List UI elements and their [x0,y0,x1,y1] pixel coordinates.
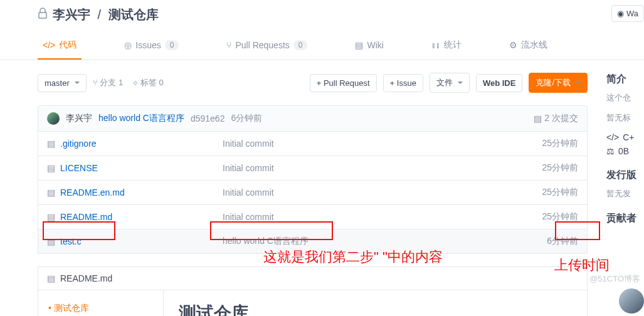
svg-rect-0 [39,13,46,18]
branch-selector[interactable]: master [38,74,87,92]
new-pr-button[interactable]: + Pull Request [310,74,377,92]
file-row[interactable]: ▤.gitignoreInitial commit25分钟前 [38,132,587,155]
sidebar-no-release: 暂无发 [606,188,644,199]
file-menu-button[interactable]: 文件 [430,73,470,93]
file-commit-msg: Initial commit [223,139,509,149]
tag-icon: ⟐ [133,78,138,87]
web-ide-button[interactable]: Web IDE [476,74,523,92]
repo-name[interactable]: 测试仓库 [108,8,159,21]
tab-stats[interactable]: ⫾⫾统计 [426,32,467,60]
branches-link[interactable]: ⑂ 分支 1 [93,77,123,88]
list-icon: ▤ [534,113,542,124]
file-icon: ▤ [47,163,55,173]
file-icon: ▤ [47,212,55,222]
tags-link[interactable]: ⟐ 标签 0 [133,77,163,88]
file-row[interactable]: ▤LICENSEInitial commit25分钟前 [38,155,587,180]
readme-title: 测试仓库 [179,302,572,316]
file-icon: ▤ [47,273,55,283]
sidebar-language: </>C+ [606,132,644,142]
wiki-icon: ▤ [355,40,363,50]
file-icon: ▤ [47,139,55,149]
sidebar-no-tags: 暂无标 [606,112,644,124]
eye-icon: ◉ [617,9,624,18]
readme-header: ▤ README.md [38,267,587,290]
annotation-box-message [210,221,333,240]
watermark: @51CTO博客 [589,273,640,285]
annotation-text-1: 这就是我们第二步" "中的内容 [263,248,443,266]
file-name-text: README.md [60,212,112,222]
file-row[interactable]: ▤README.en.mdInitial commit25分钟前 [38,180,587,204]
file-time: 25分钟前 [515,138,578,149]
tab-issues[interactable]: ◎Issues0 [119,33,184,59]
repo-owner[interactable]: 李兴宇 [53,8,90,21]
tab-pipeline[interactable]: ⚙流水线 [504,32,552,60]
issues-icon: ◎ [124,40,132,50]
file-icon: ▤ [47,187,55,198]
sidebar-release-heading: 发行版 [606,169,644,182]
file-time: 25分钟前 [515,162,578,174]
annotation-text-2: 上传时间 [554,256,610,275]
annotation-box-filename [43,221,115,240]
file-commit-msg: Initial commit [223,187,509,198]
scale-icon: ⚖ [606,146,615,156]
tab-wiki[interactable]: ▤Wiki [350,33,388,59]
code-icon: </> [43,40,55,50]
avatar [47,112,60,125]
commit-hash[interactable]: d591e62 [191,113,225,124]
file-name-text: LICENSE [60,163,98,173]
sidebar-contrib-heading: 贡献者 [606,212,644,225]
watch-button[interactable]: ◉ Wa [611,5,644,22]
clone-download-button[interactable]: 克隆/下载 [529,73,588,93]
branch-icon: ⑂ [93,78,98,87]
tab-pull-requests[interactable]: ⑂Pull Requests0 [221,33,312,59]
breadcrumb: 李兴宇 / 测试仓库 [53,6,159,23]
latest-commit-bar: 李兴宇 hello world C语言程序 d591e62 6分钟前 ▤2 次提… [38,105,588,132]
file-name-text: .gitignore [60,139,97,149]
pipeline-icon: ⚙ [509,40,517,50]
stats-icon: ⫾⫾ [431,40,440,50]
tab-code[interactable]: </>代码 [38,32,82,60]
sidebar-size: ⚖0B [606,146,644,156]
new-issue-button[interactable]: + Issue [383,74,423,92]
file-name-text: README.en.md [60,187,125,198]
file-time: 25分钟前 [515,187,578,198]
annotation-box-time [555,221,600,240]
sidebar-intro-heading: 简介 [606,73,644,86]
commit-count[interactable]: ▤2 次提交 [534,113,578,124]
sidebar-intro-text: 这个仓 [606,92,644,103]
commit-message[interactable]: hello world C语言程序 [98,113,184,124]
readme-nav-item[interactable]: 测试仓库 [48,300,153,316]
commit-author[interactable]: 李兴宇 [66,113,92,124]
code-icon: </> [606,132,619,142]
commit-time: 6分钟前 [231,113,262,124]
pr-icon: ⑂ [226,40,231,50]
floating-avatar[interactable] [619,288,644,313]
file-commit-msg: Initial commit [223,212,509,222]
lock-icon [38,8,48,22]
file-commit-msg: Initial commit [223,163,509,173]
